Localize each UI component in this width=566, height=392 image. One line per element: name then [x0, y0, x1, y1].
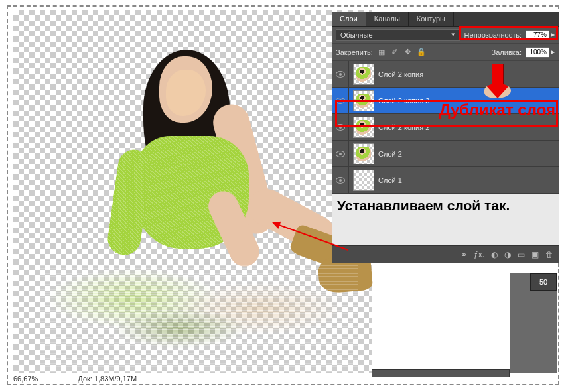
chevron-right-icon[interactable]: ▶ [551, 49, 555, 55]
doc-size: Док: 1,83M/9,17M [78, 375, 137, 383]
adjustment-icon[interactable]: ◑ [504, 250, 511, 259]
bottom-scrollbar[interactable] [372, 369, 510, 377]
lock-fill-row: Закрепить: ▦ ✐ ✥ 🔒 Заливка: 100% ▶ [332, 44, 559, 61]
lock-label: Закрепить: [336, 48, 373, 56]
eye-icon [336, 151, 345, 157]
status-bar: 66,67% Док: 1,83M/9,17M [13, 372, 137, 385]
side-value[interactable]: 50 [530, 273, 557, 291]
layer-row[interactable]: Слой 2 копия [332, 61, 559, 88]
annotation-arrow-down [485, 64, 510, 101]
visibility-toggle[interactable] [332, 141, 349, 166]
water-reflection [40, 262, 358, 375]
layer-name[interactable]: Слой 2 [378, 150, 402, 158]
new-layer-icon[interactable]: ▣ [531, 250, 539, 259]
visibility-toggle[interactable] [332, 61, 349, 87]
lock-position-icon[interactable]: ✥ [403, 48, 413, 56]
layer-name[interactable]: Слой 2 копия [378, 70, 423, 78]
fill-input[interactable]: 100% ▶ [526, 47, 555, 58]
layer-thumbnail[interactable] [353, 143, 374, 164]
lock-all-icon[interactable]: 🔒 [417, 48, 426, 56]
right-dock: 50 [510, 273, 557, 373]
layer-thumbnail[interactable] [353, 64, 374, 85]
lock-icons: ▦ ✐ ✥ 🔒 [377, 48, 426, 56]
delete-icon[interactable]: 🗑 [545, 250, 553, 259]
layer-thumbnail[interactable] [353, 170, 374, 191]
annotation-instruction-text: Устанавливаем слой так. [337, 198, 510, 214]
annotation-duplicate-text: Дубликат слоя [439, 101, 555, 119]
layer-list: Слой 2 копия Слой 2 копия 3 Слой 2 копия… [332, 61, 559, 194]
document-canvas[interactable] [13, 10, 372, 373]
tab-layers[interactable]: Слои [332, 12, 366, 26]
tab-paths[interactable]: Контуры [409, 12, 454, 26]
layers-panel: Слои Каналы Контуры Обычные ▼ Непрозрачн… [332, 12, 559, 263]
layer-row[interactable]: Слой 2 [332, 141, 559, 167]
mask-icon[interactable]: ◐ [491, 250, 498, 259]
fill-value[interactable]: 100% [526, 47, 549, 58]
zoom-level[interactable]: 66,67% [13, 375, 38, 383]
eye-icon [336, 177, 345, 184]
lock-pixels-icon[interactable]: ✐ [390, 48, 399, 56]
panel-tabs: Слои Каналы Контуры [332, 12, 559, 27]
fill-label: Заливка: [492, 48, 522, 56]
layer-name[interactable]: Слой 1 [378, 176, 402, 184]
annotation-box-opacity [459, 26, 558, 40]
blend-mode-value: Обычные [340, 31, 373, 39]
visibility-toggle[interactable] [332, 167, 349, 193]
layer-row[interactable]: Слой 1 [332, 167, 559, 194]
tab-channels[interactable]: Каналы [366, 12, 409, 26]
panel-footer: ⚭ ƒx. ◐ ◑ ▭ ▣ 🗑 [332, 245, 559, 263]
lock-transparency-icon[interactable]: ▦ [377, 48, 386, 56]
fx-icon[interactable]: ƒx. [474, 250, 484, 259]
chevron-down-icon: ▼ [451, 32, 456, 38]
group-icon[interactable]: ▭ [518, 250, 525, 259]
link-layers-icon[interactable]: ⚭ [460, 250, 467, 259]
blend-mode-select[interactable]: Обычные ▼ [336, 29, 460, 41]
eye-icon [336, 71, 345, 78]
